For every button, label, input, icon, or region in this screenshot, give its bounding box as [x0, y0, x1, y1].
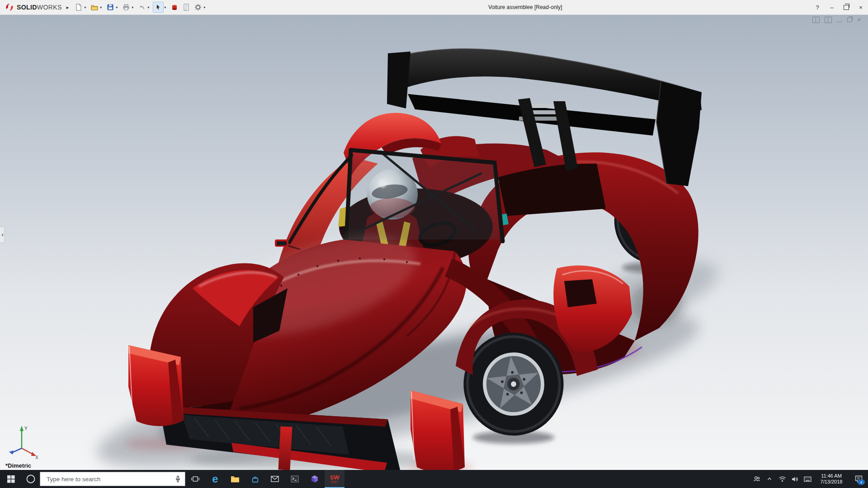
- clock-time: 11:46 AM: [814, 473, 849, 479]
- chevron-up-icon: [766, 476, 773, 482]
- network-icon: [778, 476, 786, 482]
- solidworks-brand: SOLIDWORKS: [0, 2, 66, 12]
- viewport-split-left-icon[interactable]: [812, 17, 820, 23]
- task-view-button[interactable]: [185, 470, 205, 488]
- cortana-ring-icon: [26, 474, 36, 484]
- axis-x-label: X: [35, 455, 38, 460]
- clock-date: 7/13/2018: [814, 479, 849, 485]
- people-button[interactable]: [750, 470, 763, 488]
- view-orientation-label: *Dimetric: [5, 462, 31, 469]
- search-input[interactable]: [46, 475, 175, 483]
- new-document-icon[interactable]: [74, 2, 84, 12]
- system-tray: 11:46 AM 7/13/2018 4: [750, 470, 868, 488]
- terminal-icon: [291, 475, 299, 483]
- people-icon: [753, 475, 760, 483]
- file-explorer-icon: [231, 475, 240, 483]
- volume-icon: [791, 476, 798, 483]
- windows-taskbar: e SW 2017: [0, 470, 868, 488]
- nose-block-left[interactable]: [128, 345, 184, 426]
- windows-logo-icon: [7, 475, 15, 483]
- volume-button[interactable]: [788, 470, 801, 488]
- store-bag-icon: [251, 475, 259, 483]
- document-window-controls: ×: [812, 17, 861, 23]
- help-button[interactable]: ?: [810, 0, 825, 14]
- graphics-viewport[interactable]: × Y X *Dimetric: [0, 14, 868, 470]
- nose-block-right[interactable]: [410, 390, 465, 470]
- file-explorer-button[interactable]: [225, 470, 245, 488]
- open-document-icon[interactable]: [90, 2, 99, 12]
- task-view-icon: [191, 475, 199, 483]
- keyboard-icon: [804, 476, 811, 482]
- solidworks-icon-year: 2017: [331, 480, 338, 483]
- taskbar-search[interactable]: [40, 472, 185, 486]
- standard-toolbar: ▾ ▾ ▾ ▾ ▾ ▾: [73, 1, 208, 14]
- nose-post: [278, 426, 292, 470]
- dassault-systemes-logo-icon: [5, 2, 14, 12]
- window-controls: ? – ×: [810, 0, 868, 14]
- title-bar[interactable]: SOLIDWORKS ▸ ▾ ▾ ▾ ▾ ▾: [0, 0, 868, 15]
- terminal-button[interactable]: [285, 470, 305, 488]
- dropdown-icon[interactable]: ▾: [132, 5, 133, 9]
- taskbar-clock[interactable]: 11:46 AM 7/13/2018: [814, 473, 849, 485]
- window-title: Voiture assemblee [Read-only]: [488, 0, 562, 14]
- restore-icon: [844, 5, 849, 10]
- windshield: [348, 152, 500, 239]
- notification-badge: 4: [858, 479, 865, 485]
- dropdown-icon[interactable]: ▾: [84, 5, 86, 9]
- doc-close-icon[interactable]: ×: [857, 17, 861, 23]
- touch-keyboard-button[interactable]: [801, 470, 814, 488]
- tray-overflow-button[interactable]: [763, 470, 776, 488]
- feature-panel-collapse-tab[interactable]: [0, 227, 5, 243]
- file-properties-icon[interactable]: [181, 2, 191, 12]
- cortana-button[interactable]: [22, 470, 40, 488]
- dropdown-icon[interactable]: ▾: [147, 5, 149, 9]
- print-icon[interactable]: [121, 2, 131, 12]
- dropdown-icon[interactable]: ▾: [164, 5, 166, 9]
- solidworks-icon: SW: [330, 475, 340, 480]
- maximize-button[interactable]: [839, 0, 854, 14]
- menu-expander-icon[interactable]: ▸: [66, 5, 74, 10]
- start-button[interactable]: [0, 470, 22, 488]
- action-center-button[interactable]: 4: [849, 470, 868, 488]
- edge-button[interactable]: e: [205, 470, 225, 488]
- close-button[interactable]: ×: [854, 0, 868, 14]
- orientation-triad: Y X: [6, 423, 40, 460]
- solidworks-app-button[interactable]: SW 2017: [325, 470, 344, 488]
- network-button[interactable]: [776, 470, 788, 488]
- axis-y-label: Y: [24, 426, 28, 431]
- doc-restore-icon[interactable]: [847, 18, 852, 22]
- mail-button[interactable]: [265, 470, 285, 488]
- rebuild-icon[interactable]: [170, 2, 179, 12]
- graphics-area[interactable]: [0, 14, 868, 470]
- mail-icon: [271, 476, 279, 482]
- undo-icon[interactable]: [137, 2, 147, 12]
- dropdown-icon[interactable]: ▾: [203, 5, 205, 9]
- minimize-button[interactable]: –: [825, 0, 839, 14]
- store-button[interactable]: [245, 470, 265, 488]
- doc-minimize-icon[interactable]: [837, 22, 842, 22]
- 3d-viewer-button[interactable]: [305, 470, 325, 488]
- dropdown-icon[interactable]: ▾: [100, 5, 102, 9]
- edge-icon: e: [212, 474, 218, 484]
- viewport-split-right-icon[interactable]: [825, 17, 832, 23]
- select-tool-icon[interactable]: [153, 2, 164, 13]
- options-gear-icon[interactable]: [193, 2, 203, 12]
- microphone-icon[interactable]: [175, 475, 181, 483]
- cube-app-icon: [311, 475, 319, 483]
- dropdown-icon[interactable]: ▾: [116, 5, 118, 9]
- save-icon[interactable]: [105, 2, 115, 12]
- brand-wordmark: SOLIDWORKS: [17, 4, 62, 11]
